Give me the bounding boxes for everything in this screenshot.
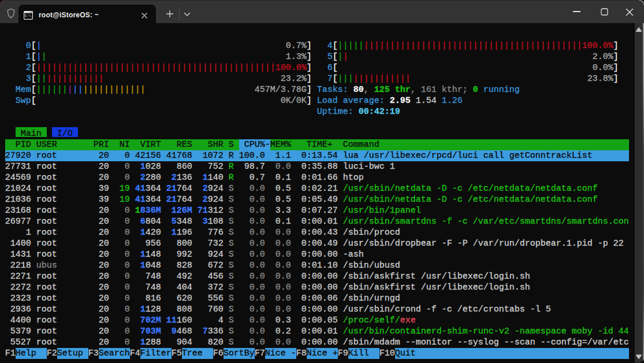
svg-text:C:\_: C:\_ bbox=[25, 14, 33, 18]
